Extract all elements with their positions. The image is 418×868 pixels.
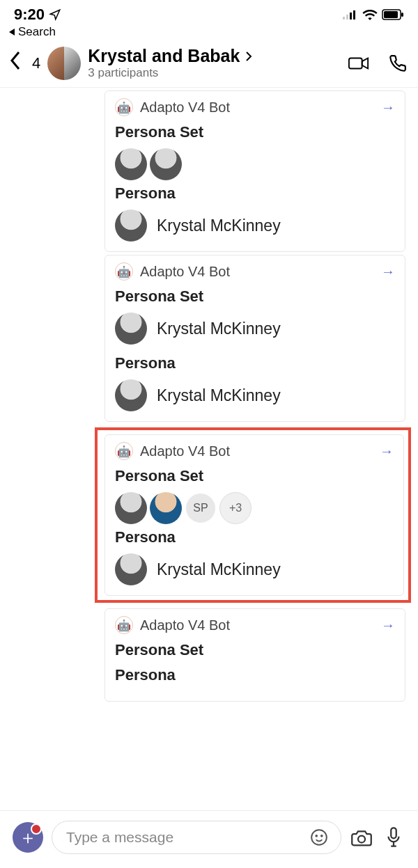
video-call-button[interactable]	[348, 53, 369, 74]
add-attachment-button[interactable]: ＋	[13, 822, 43, 853]
bot-name: Adapto V4 Bot	[140, 443, 230, 459]
bot-card[interactable]: 🤖 Adapto V4 Bot → Persona Set Persona	[104, 608, 405, 702]
message-input[interactable]: Type a message	[52, 821, 341, 854]
avatar-initials: SP	[185, 492, 217, 524]
persona-set-avatars	[115, 148, 395, 180]
open-card-icon[interactable]: →	[380, 443, 394, 459]
bot-avatar-icon: 🤖	[115, 98, 133, 116]
svg-point-8	[311, 830, 327, 845]
persona-name: Krystal McKinney	[157, 386, 281, 405]
wifi-icon	[362, 9, 378, 20]
avatar	[150, 492, 182, 524]
group-avatar[interactable]	[47, 47, 81, 80]
status-time: 9:20	[14, 6, 45, 24]
avatar-overflow[interactable]: +3	[219, 492, 251, 524]
open-card-icon[interactable]: →	[381, 264, 395, 280]
avatar	[115, 553, 147, 585]
persona-name: Krystal McKinney	[157, 216, 281, 235]
persona-label: Persona	[115, 528, 394, 546]
chat-subtitle: 3 participants	[88, 66, 341, 80]
chat-title: Krystal and Babak	[88, 46, 240, 66]
svg-point-9	[316, 835, 317, 837]
bot-avatar-icon: 🤖	[115, 262, 133, 281]
svg-point-11	[358, 836, 365, 843]
persona-name: Krystal McKinney	[157, 560, 281, 579]
status-bar: 9:20	[0, 0, 418, 25]
persona-label: Persona	[115, 184, 395, 203]
svg-rect-0	[343, 17, 345, 19]
mic-button[interactable]	[382, 827, 405, 848]
cellular-icon	[343, 10, 358, 19]
bot-name: Adapto V4 Bot	[140, 264, 230, 280]
avatar	[115, 210, 147, 242]
chevron-right-icon	[245, 51, 252, 62]
persona-label: Persona	[115, 354, 395, 372]
bot-avatar-icon: 🤖	[115, 616, 133, 634]
svg-point-10	[321, 835, 323, 837]
persona-set-label: Persona Set	[115, 123, 395, 141]
bot-name: Adapto V4 Bot	[140, 100, 230, 116]
bot-avatar-icon: 🤖	[115, 442, 133, 460]
svg-rect-12	[391, 828, 396, 838]
location-icon	[49, 8, 61, 21]
persona-set-label: Persona Set	[115, 641, 395, 659]
message-list[interactable]: 🤖 Adapto V4 Bot → Persona Set Persona Kr…	[0, 90, 418, 710]
persona-set-avatars: SP +3	[115, 492, 394, 524]
highlight-box: 🤖 Adapto V4 Bot → Persona Set SP +3 Pers…	[95, 427, 411, 603]
avatar	[115, 492, 147, 524]
bot-name: Adapto V4 Bot	[140, 617, 230, 633]
back-to-search[interactable]: Search	[0, 25, 418, 42]
open-card-icon[interactable]: →	[381, 100, 395, 116]
persona-set-label: Persona Set	[115, 287, 395, 306]
audio-call-button[interactable]	[387, 53, 408, 74]
battery-icon	[382, 9, 404, 20]
chat-header: 4 Krystal and Babak 3 participants	[0, 42, 418, 88]
bot-card[interactable]: 🤖 Adapto V4 Bot → Persona Set SP +3 Pers…	[104, 434, 404, 596]
avatar	[115, 313, 147, 345]
svg-rect-1	[346, 15, 348, 19]
compose-bar: ＋ Type a message	[0, 810, 418, 868]
back-triangle-icon	[8, 28, 15, 36]
back-button[interactable]	[10, 51, 25, 75]
svg-rect-7	[349, 58, 362, 68]
persona-label: Persona	[115, 666, 395, 684]
avatar	[150, 148, 182, 180]
chat-title-block[interactable]: Krystal and Babak 3 participants	[88, 46, 341, 80]
open-card-icon[interactable]: →	[381, 617, 395, 633]
svg-rect-2	[350, 13, 352, 19]
persona-set-label: Persona Set	[115, 467, 394, 485]
message-placeholder: Type a message	[66, 829, 173, 846]
bot-card[interactable]: 🤖 Adapto V4 Bot → Persona Set Persona Kr…	[104, 90, 405, 252]
svg-rect-3	[353, 10, 355, 19]
camera-button[interactable]	[350, 828, 373, 846]
unread-count: 4	[32, 54, 40, 72]
avatar	[115, 379, 147, 411]
emoji-button[interactable]	[307, 828, 331, 846]
svg-rect-6	[401, 13, 403, 17]
avatar	[115, 148, 147, 180]
svg-rect-5	[384, 11, 398, 18]
status-icons	[343, 9, 404, 20]
persona-name: Krystal McKinney	[157, 319, 281, 338]
bot-card[interactable]: 🤖 Adapto V4 Bot → Persona Set Krystal Mc…	[104, 255, 405, 422]
